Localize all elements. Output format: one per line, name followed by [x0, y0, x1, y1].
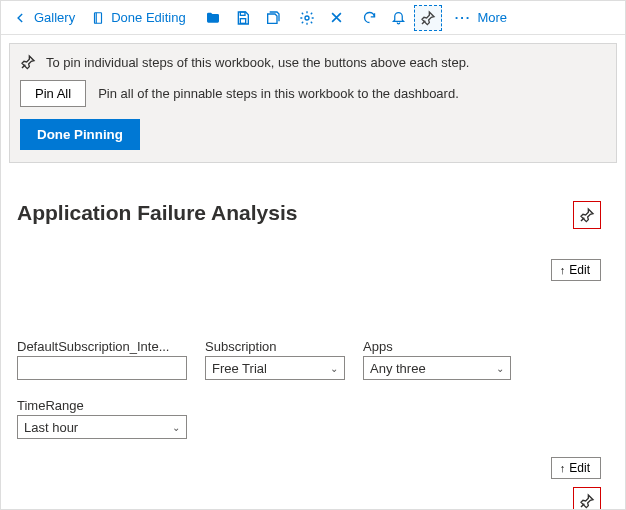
- svg-rect-3: [240, 18, 245, 23]
- save-icon: [235, 10, 251, 26]
- back-gallery-button[interactable]: Gallery: [7, 5, 82, 31]
- close-icon: [329, 10, 344, 25]
- pin-icon: [579, 207, 595, 223]
- edit-step-button[interactable]: ↑ Edit: [551, 457, 601, 479]
- param-apps: Apps Any three ⌄: [363, 339, 511, 380]
- gear-icon: [299, 10, 315, 26]
- pin-hint-text: To pin individual steps of this workbook…: [46, 55, 469, 70]
- save-as-button[interactable]: [259, 5, 287, 31]
- step-title-block: Application Failure Analysis ↑ Edit: [17, 201, 609, 291]
- step-parameters-block: DefaultSubscription_Inte... Subscription…: [17, 339, 609, 479]
- more-button[interactable]: ··· More: [448, 5, 514, 31]
- step-block: ↑ Edit: [17, 487, 609, 510]
- pin-mode-button[interactable]: [414, 5, 442, 31]
- toolbar: Gallery Done Editing ··· More: [1, 1, 625, 35]
- pin-banner: To pin individual steps of this workbook…: [9, 43, 617, 163]
- param-default-subscription: DefaultSubscription_Inte...: [17, 339, 187, 380]
- cancel-button[interactable]: [323, 5, 350, 31]
- param-timerange: TimeRange Last hour ⌄: [17, 398, 187, 439]
- save-button[interactable]: [229, 5, 257, 31]
- done-pinning-button[interactable]: Done Pinning: [20, 119, 140, 150]
- done-editing-label: Done Editing: [111, 10, 185, 25]
- pin-icon: [420, 10, 436, 26]
- open-button[interactable]: [199, 5, 227, 31]
- param-subscription: Subscription Free Trial ⌄: [205, 339, 345, 380]
- pin-step-button[interactable]: [573, 201, 601, 229]
- settings-button[interactable]: [293, 5, 321, 31]
- param-field[interactable]: Last hour ⌄: [17, 415, 187, 439]
- page-title: Application Failure Analysis: [17, 201, 609, 225]
- gallery-label: Gallery: [34, 10, 75, 25]
- workbook-content: Application Failure Analysis ↑ Edit Defa…: [1, 167, 625, 510]
- param-value: Free Trial: [212, 361, 267, 376]
- refresh-button[interactable]: [356, 5, 383, 31]
- bell-icon: [391, 10, 406, 25]
- more-label: More: [477, 10, 507, 25]
- param-label: Apps: [363, 339, 511, 354]
- alerts-button[interactable]: [385, 5, 412, 31]
- refresh-icon: [362, 10, 377, 25]
- svg-rect-2: [240, 12, 245, 15]
- pin-step-button[interactable]: [573, 487, 601, 510]
- arrow-up-icon: ↑: [560, 462, 566, 474]
- arrow-left-icon: [14, 11, 28, 25]
- pin-icon: [579, 493, 595, 509]
- ellipsis-icon: ···: [455, 10, 472, 25]
- param-value: Last hour: [24, 420, 78, 435]
- param-value: Any three: [370, 361, 426, 376]
- svg-point-4: [305, 16, 309, 20]
- param-field[interactable]: Free Trial ⌄: [205, 356, 345, 380]
- edit-step-button[interactable]: ↑ Edit: [551, 259, 601, 281]
- param-label: Subscription: [205, 339, 345, 354]
- save-copy-icon: [265, 10, 281, 26]
- pin-all-button[interactable]: Pin All: [20, 80, 86, 107]
- parameters-grid: DefaultSubscription_Inte... Subscription…: [17, 339, 537, 439]
- param-label: TimeRange: [17, 398, 187, 413]
- done-editing-button[interactable]: Done Editing: [84, 5, 192, 31]
- chevron-down-icon: ⌄: [330, 363, 338, 374]
- edit-label: Edit: [569, 263, 590, 277]
- pin-icon: [20, 54, 36, 70]
- param-label: DefaultSubscription_Inte...: [17, 339, 187, 354]
- folder-icon: [205, 10, 221, 26]
- param-field[interactable]: Any three ⌄: [363, 356, 511, 380]
- chevron-down-icon: ⌄: [172, 422, 180, 433]
- chevron-down-icon: ⌄: [496, 363, 504, 374]
- edit-label: Edit: [569, 461, 590, 475]
- notebook-icon: [91, 11, 105, 25]
- svg-rect-0: [95, 12, 102, 23]
- pin-all-description: Pin all of the pinnable steps in this wo…: [98, 86, 459, 101]
- arrow-up-icon: ↑: [560, 264, 566, 276]
- param-field[interactable]: [17, 356, 187, 380]
